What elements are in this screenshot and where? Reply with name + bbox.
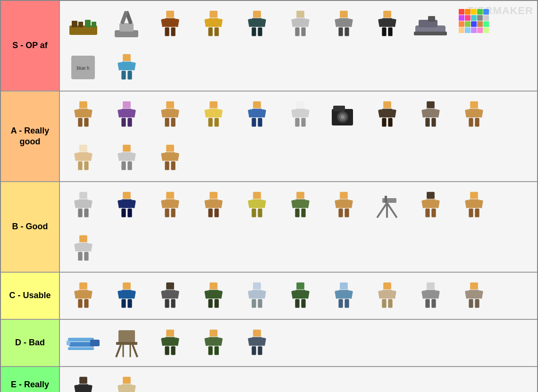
svg-rect-211 [469, 209, 473, 217]
svg-rect-152 [165, 161, 169, 170]
unit-s-11[interactable] [105, 46, 148, 89]
tier-label-d: D - Bad [1, 320, 60, 366]
unit-d-1[interactable] [105, 322, 148, 364]
svg-rect-258 [338, 290, 349, 299]
svg-rect-158 [78, 209, 82, 217]
unit-s-8[interactable] [409, 3, 452, 45]
unit-c-9[interactable] [453, 275, 495, 317]
tier-label-s: S - OP af [1, 1, 60, 91]
svg-rect-308 [79, 376, 87, 384]
svg-rect-51 [471, 9, 477, 15]
unit-a-8[interactable] [409, 93, 452, 136]
unit-a-6[interactable] [322, 93, 365, 136]
unit-e-0[interactable] [62, 369, 104, 392]
unit-a-3[interactable] [192, 93, 235, 136]
unit-c-8[interactable] [409, 275, 452, 317]
svg-rect-42 [382, 18, 392, 27]
svg-rect-83 [123, 101, 131, 108]
svg-line-198 [378, 203, 387, 217]
unit-c-1[interactable] [105, 275, 148, 317]
svg-rect-165 [127, 209, 132, 217]
unit-c-2[interactable] [149, 275, 191, 317]
unit-s-7[interactable] [366, 3, 408, 45]
svg-rect-92 [165, 108, 175, 117]
svg-rect-19 [208, 27, 212, 36]
unit-d-4[interactable] [235, 322, 278, 364]
unit-b-5[interactable] [279, 184, 321, 226]
svg-rect-24 [252, 18, 262, 27]
unit-s-3[interactable] [192, 3, 235, 45]
svg-rect-14 [171, 27, 175, 36]
svg-rect-242 [214, 299, 219, 308]
unit-c-4[interactable] [235, 275, 278, 317]
svg-rect-285 [116, 342, 137, 345]
svg-rect-195 [345, 209, 349, 217]
unit-a-1[interactable] [105, 93, 148, 136]
svg-rect-32 [301, 27, 305, 36]
unit-a-11[interactable] [105, 137, 148, 179]
svg-rect-38 [345, 27, 349, 36]
svg-rect-77 [79, 101, 87, 108]
svg-rect-60 [465, 21, 471, 27]
svg-rect-104 [252, 108, 262, 117]
unit-s-9[interactable] [453, 3, 495, 45]
svg-rect-253 [295, 299, 299, 308]
unit-a-0[interactable] [62, 93, 104, 136]
svg-rect-54 [459, 15, 464, 21]
unit-b-0[interactable] [62, 184, 104, 226]
unit-b-3[interactable] [192, 184, 235, 226]
unit-s-6[interactable] [322, 3, 365, 45]
unit-a-9[interactable] [453, 93, 495, 136]
unit-s-5[interactable] [279, 3, 321, 45]
unit-c-5[interactable] [279, 275, 321, 317]
svg-rect-111 [295, 118, 299, 127]
svg-rect-240 [208, 290, 219, 299]
unit-b-8[interactable] [409, 184, 452, 226]
unit-b-7[interactable] [366, 184, 408, 226]
svg-rect-306 [252, 346, 256, 355]
unit-e-1[interactable] [105, 369, 148, 392]
svg-rect-141 [84, 161, 88, 170]
svg-rect-30 [295, 18, 305, 27]
unit-s-2[interactable] [149, 3, 191, 45]
svg-rect-101 [253, 101, 261, 108]
svg-rect-86 [121, 108, 132, 117]
unit-s-0[interactable] [62, 3, 104, 45]
unit-a-2[interactable] [149, 93, 191, 136]
unit-b-9[interactable] [453, 184, 495, 226]
svg-rect-311 [78, 384, 88, 392]
unit-a-7[interactable] [366, 93, 408, 136]
unit-a-10[interactable] [62, 137, 104, 179]
svg-rect-301 [214, 346, 219, 355]
svg-rect-283 [67, 341, 70, 345]
tier-row-b: B - Good [1, 182, 537, 273]
unit-c-6[interactable] [322, 275, 365, 317]
svg-rect-124 [427, 101, 435, 108]
unit-d-3[interactable] [192, 322, 235, 364]
unit-c-0[interactable] [62, 275, 104, 317]
unit-a-5[interactable] [279, 93, 321, 136]
unit-c-7[interactable] [366, 275, 408, 317]
unit-b-6[interactable] [322, 184, 365, 226]
svg-rect-66 [471, 27, 477, 33]
unit-a-12[interactable] [149, 137, 191, 179]
svg-rect-148 [166, 144, 174, 151]
unit-b-1[interactable] [105, 184, 148, 226]
unit-a-4[interactable] [235, 93, 278, 136]
unit-b-2[interactable] [149, 184, 191, 226]
svg-rect-56 [471, 15, 477, 21]
svg-rect-246 [252, 290, 262, 299]
unit-s-10[interactable]: blue h [62, 46, 104, 89]
svg-rect-94 [171, 118, 175, 127]
svg-text:blue h: blue h [76, 66, 89, 71]
unit-d-0[interactable] [62, 322, 104, 364]
svg-rect-61 [471, 21, 477, 27]
svg-rect-147 [127, 161, 132, 170]
unit-b-4[interactable] [235, 184, 278, 226]
svg-rect-21 [253, 10, 261, 17]
unit-d-2[interactable] [149, 322, 191, 364]
unit-b-10[interactable] [62, 227, 104, 270]
unit-s-1[interactable] [105, 3, 148, 45]
unit-s-4[interactable] [235, 3, 278, 45]
unit-c-3[interactable] [192, 275, 235, 317]
